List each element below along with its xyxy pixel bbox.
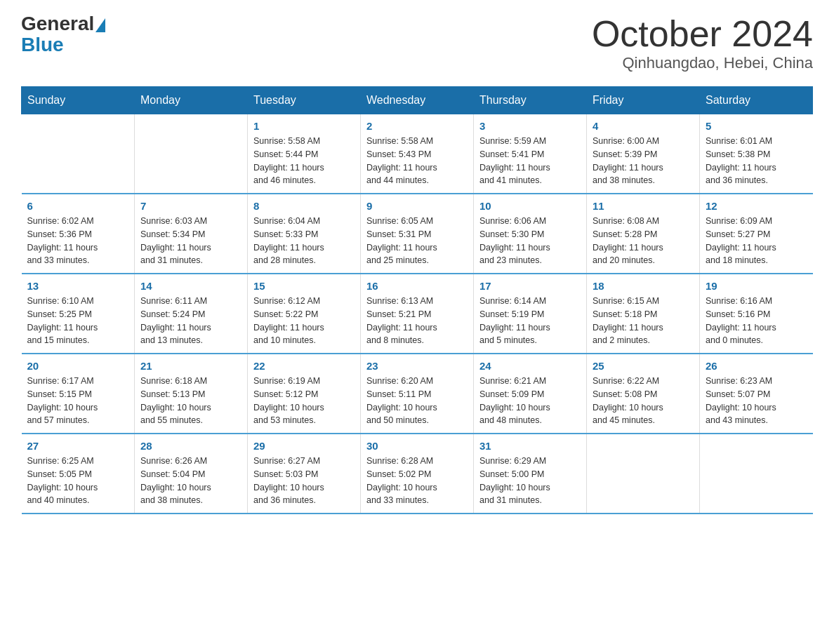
calendar-week-row: 1Sunrise: 5:58 AMSunset: 5:44 PMDaylight…: [22, 114, 813, 194]
day-number: 28: [140, 440, 241, 452]
day-info: Sunrise: 6:06 AMSunset: 5:30 PMDaylight:…: [479, 215, 581, 267]
weekday-header: Monday: [135, 87, 248, 114]
calendar-cell: 1Sunrise: 5:58 AMSunset: 5:44 PMDaylight…: [248, 114, 361, 194]
calendar-cell: 9Sunrise: 6:05 AMSunset: 5:31 PMDaylight…: [361, 194, 474, 274]
day-info: Sunrise: 6:19 AMSunset: 5:12 PMDaylight:…: [253, 375, 355, 427]
calendar-cell: 29Sunrise: 6:27 AMSunset: 5:03 PMDayligh…: [248, 434, 361, 514]
calendar-week-row: 20Sunrise: 6:17 AMSunset: 5:15 PMDayligh…: [22, 354, 813, 434]
day-number: 10: [479, 200, 581, 212]
weekday-header: Saturday: [700, 87, 813, 114]
calendar-cell: 16Sunrise: 6:13 AMSunset: 5:21 PMDayligh…: [361, 274, 474, 354]
day-number: 31: [479, 440, 581, 452]
day-info: Sunrise: 6:14 AMSunset: 5:19 PMDaylight:…: [479, 295, 581, 347]
day-number: 20: [27, 360, 129, 372]
calendar-cell: 25Sunrise: 6:22 AMSunset: 5:08 PMDayligh…: [587, 354, 700, 434]
day-number: 26: [706, 360, 807, 372]
day-number: 6: [27, 200, 129, 212]
calendar-cell: 18Sunrise: 6:15 AMSunset: 5:18 PMDayligh…: [587, 274, 700, 354]
calendar-week-row: 27Sunrise: 6:25 AMSunset: 5:05 PMDayligh…: [22, 434, 813, 514]
calendar-cell: 22Sunrise: 6:19 AMSunset: 5:12 PMDayligh…: [248, 354, 361, 434]
day-number: 15: [253, 280, 355, 292]
calendar-cell: 20Sunrise: 6:17 AMSunset: 5:15 PMDayligh…: [22, 354, 135, 434]
weekday-header: Tuesday: [248, 87, 361, 114]
calendar-cell: 7Sunrise: 6:03 AMSunset: 5:34 PMDaylight…: [135, 194, 248, 274]
day-number: 24: [479, 360, 581, 372]
day-number: 19: [706, 280, 807, 292]
day-info: Sunrise: 6:21 AMSunset: 5:09 PMDaylight:…: [479, 375, 581, 427]
calendar-cell: 8Sunrise: 6:04 AMSunset: 5:33 PMDaylight…: [248, 194, 361, 274]
day-info: Sunrise: 6:11 AMSunset: 5:24 PMDaylight:…: [140, 295, 241, 347]
calendar-subtitle: Qinhuangdao, Hebei, China: [592, 54, 813, 72]
calendar-cell: 13Sunrise: 6:10 AMSunset: 5:25 PMDayligh…: [22, 274, 135, 354]
weekday-header-row: SundayMondayTuesdayWednesdayThursdayFrid…: [22, 87, 813, 114]
day-number: 29: [253, 440, 355, 452]
day-info: Sunrise: 6:09 AMSunset: 5:27 PMDaylight:…: [706, 215, 807, 267]
weekday-header: Sunday: [22, 87, 135, 114]
day-info: Sunrise: 6:20 AMSunset: 5:11 PMDaylight:…: [366, 375, 468, 427]
calendar-week-row: 13Sunrise: 6:10 AMSunset: 5:25 PMDayligh…: [22, 274, 813, 354]
day-info: Sunrise: 5:59 AMSunset: 5:41 PMDaylight:…: [479, 135, 581, 187]
day-number: 22: [253, 360, 355, 372]
weekday-header: Wednesday: [361, 87, 474, 114]
day-info: Sunrise: 6:27 AMSunset: 5:03 PMDaylight:…: [253, 455, 355, 507]
day-info: Sunrise: 6:28 AMSunset: 5:02 PMDaylight:…: [366, 455, 468, 507]
day-info: Sunrise: 6:15 AMSunset: 5:18 PMDaylight:…: [593, 295, 694, 347]
day-number: 30: [366, 440, 468, 452]
calendar-cell: 14Sunrise: 6:11 AMSunset: 5:24 PMDayligh…: [135, 274, 248, 354]
calendar-cell: 2Sunrise: 5:58 AMSunset: 5:43 PMDaylight…: [361, 114, 474, 194]
calendar-cell: 12Sunrise: 6:09 AMSunset: 5:27 PMDayligh…: [700, 194, 813, 274]
day-number: 1: [253, 120, 355, 132]
calendar-header: SundayMondayTuesdayWednesdayThursdayFrid…: [22, 87, 813, 114]
day-info: Sunrise: 6:08 AMSunset: 5:28 PMDaylight:…: [593, 215, 694, 267]
day-info: Sunrise: 6:05 AMSunset: 5:31 PMDaylight:…: [366, 215, 468, 267]
weekday-header: Thursday: [474, 87, 587, 114]
day-number: 11: [593, 200, 694, 212]
calendar-cell: 19Sunrise: 6:16 AMSunset: 5:16 PMDayligh…: [700, 274, 813, 354]
day-info: Sunrise: 6:16 AMSunset: 5:16 PMDaylight:…: [706, 295, 807, 347]
day-number: 23: [366, 360, 468, 372]
logo-general-text: General: [21, 14, 94, 34]
day-number: 14: [140, 280, 241, 292]
calendar-cell: 4Sunrise: 6:00 AMSunset: 5:39 PMDaylight…: [587, 114, 700, 194]
day-info: Sunrise: 6:03 AMSunset: 5:34 PMDaylight:…: [140, 215, 241, 267]
calendar-cell: 23Sunrise: 6:20 AMSunset: 5:11 PMDayligh…: [361, 354, 474, 434]
day-number: 9: [366, 200, 468, 212]
day-number: 27: [27, 440, 129, 452]
day-number: 5: [706, 120, 807, 132]
day-number: 8: [253, 200, 355, 212]
day-info: Sunrise: 6:29 AMSunset: 5:00 PMDaylight:…: [479, 455, 581, 507]
day-info: Sunrise: 6:23 AMSunset: 5:07 PMDaylight:…: [706, 375, 807, 427]
calendar-cell: [135, 114, 248, 194]
calendar-cell: 5Sunrise: 6:01 AMSunset: 5:38 PMDaylight…: [700, 114, 813, 194]
day-number: 17: [479, 280, 581, 292]
day-number: 7: [140, 200, 241, 212]
calendar-table: SundayMondayTuesdayWednesdayThursdayFrid…: [21, 86, 813, 514]
calendar-cell: [22, 114, 135, 194]
page-header: General Blue October 2024 Qinhuangdao, H…: [21, 14, 813, 72]
day-info: Sunrise: 6:04 AMSunset: 5:33 PMDaylight:…: [253, 215, 355, 267]
calendar-cell: 26Sunrise: 6:23 AMSunset: 5:07 PMDayligh…: [700, 354, 813, 434]
calendar-body: 1Sunrise: 5:58 AMSunset: 5:44 PMDaylight…: [22, 114, 813, 514]
calendar-cell: 27Sunrise: 6:25 AMSunset: 5:05 PMDayligh…: [22, 434, 135, 514]
calendar-cell: 28Sunrise: 6:26 AMSunset: 5:04 PMDayligh…: [135, 434, 248, 514]
calendar-cell: 21Sunrise: 6:18 AMSunset: 5:13 PMDayligh…: [135, 354, 248, 434]
day-info: Sunrise: 6:02 AMSunset: 5:36 PMDaylight:…: [27, 215, 129, 267]
day-info: Sunrise: 6:13 AMSunset: 5:21 PMDaylight:…: [366, 295, 468, 347]
calendar-cell: 31Sunrise: 6:29 AMSunset: 5:00 PMDayligh…: [474, 434, 587, 514]
logo: General Blue: [21, 14, 107, 56]
calendar-cell: 3Sunrise: 5:59 AMSunset: 5:41 PMDaylight…: [474, 114, 587, 194]
calendar-cell: 17Sunrise: 6:14 AMSunset: 5:19 PMDayligh…: [474, 274, 587, 354]
calendar-cell: 24Sunrise: 6:21 AMSunset: 5:09 PMDayligh…: [474, 354, 587, 434]
day-info: Sunrise: 5:58 AMSunset: 5:44 PMDaylight:…: [253, 135, 355, 187]
calendar-cell: 15Sunrise: 6:12 AMSunset: 5:22 PMDayligh…: [248, 274, 361, 354]
day-number: 13: [27, 280, 129, 292]
calendar-cell: 11Sunrise: 6:08 AMSunset: 5:28 PMDayligh…: [587, 194, 700, 274]
calendar-week-row: 6Sunrise: 6:02 AMSunset: 5:36 PMDaylight…: [22, 194, 813, 274]
calendar-title: October 2024: [592, 14, 813, 54]
day-info: Sunrise: 6:10 AMSunset: 5:25 PMDaylight:…: [27, 295, 129, 347]
day-number: 16: [366, 280, 468, 292]
day-number: 12: [706, 200, 807, 212]
day-number: 25: [593, 360, 694, 372]
title-section: October 2024 Qinhuangdao, Hebei, China: [592, 14, 813, 72]
day-info: Sunrise: 5:58 AMSunset: 5:43 PMDaylight:…: [366, 135, 468, 187]
